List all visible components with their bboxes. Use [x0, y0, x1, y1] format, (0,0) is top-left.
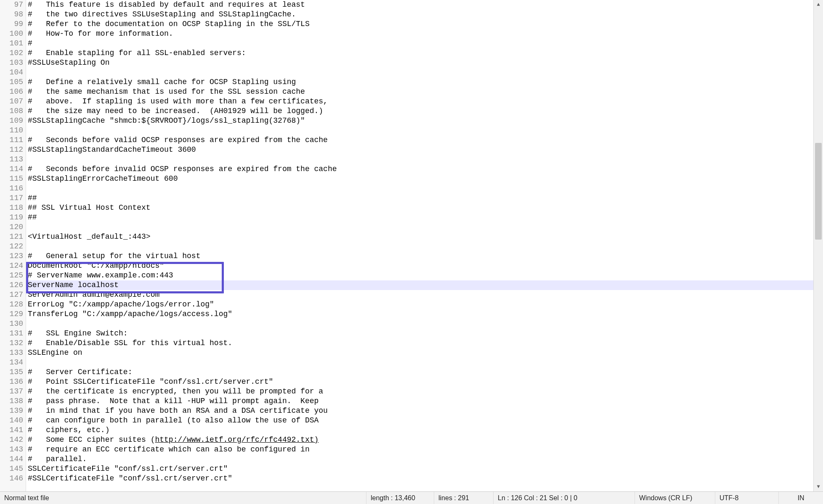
code-line[interactable]	[28, 126, 813, 135]
status-position: Ln : 126 Col : 21 Sel : 0 | 0	[494, 492, 635, 504]
code-line[interactable]	[28, 242, 813, 251]
code-line[interactable]	[28, 319, 813, 329]
editor-wrap: 97 98 99 100 101 102 103 104 105 106 107…	[0, 0, 823, 491]
code-line[interactable]: # parallel.	[28, 454, 813, 464]
scroll-down-arrow[interactable]: ▼	[814, 482, 823, 491]
code-line[interactable]: # Enable/Disable SSL for this virtual ho…	[28, 338, 813, 348]
vertical-scrollbar[interactable]: ▲ ▼	[813, 0, 823, 491]
code-line[interactable]: # in mind that if you have both an RSA a…	[28, 406, 813, 416]
code-line[interactable]: #SSLStaplingErrorCacheTimeout 600	[28, 174, 813, 184]
code-line[interactable]: ## SSL Virtual Host Context	[28, 203, 813, 213]
code-line[interactable]: # pass phrase. Note that a kill -HUP wil…	[28, 396, 813, 406]
code-line[interactable]: # Enable stapling for all SSL-enabled se…	[28, 48, 813, 58]
code-line[interactable]	[28, 358, 813, 367]
scroll-thumb[interactable]	[815, 143, 822, 240]
editor-main: 97 98 99 100 101 102 103 104 105 106 107…	[0, 0, 813, 491]
code-line[interactable]	[28, 68, 813, 77]
code-line[interactable]: # General setup for the virtual host	[28, 251, 813, 261]
code-line[interactable]: # Seconds before valid OCSP responses ar…	[28, 135, 813, 145]
code-line[interactable]: #	[28, 39, 813, 48]
status-encoding[interactable]: UTF-8	[715, 492, 779, 504]
code-line[interactable]: <VirtualHost _default_:443>	[28, 232, 813, 242]
code-line[interactable]: # This feature is disabled by default an…	[28, 0, 813, 10]
status-eol[interactable]: Windows (CR LF)	[635, 492, 715, 504]
code-line[interactable]	[28, 222, 813, 232]
code-line[interactable]: DocumentRoot "C:/xampp/htdocs"	[28, 261, 813, 271]
code-line[interactable]: # Define a relatively small cache for OC…	[28, 77, 813, 87]
code-line[interactable]: # How-To for more information.	[28, 29, 813, 39]
code-line[interactable]: # Point SSLCertificateFile "conf/ssl.crt…	[28, 377, 813, 387]
code-line[interactable]: # Refer to the documentation on OCSP Sta…	[28, 19, 813, 29]
code-line[interactable]: # ServerName www.example.com:443	[28, 271, 813, 280]
code-line[interactable]: #SSLStaplingCache "shmcb:${SRVROOT}/logs…	[28, 116, 813, 126]
code-line[interactable]: ServerName localhost	[28, 280, 813, 290]
status-lines: lines : 291	[434, 492, 494, 504]
code-line[interactable]: #SSLUseStapling On	[28, 58, 813, 68]
code-line[interactable]: # Seconds before invalid OCSP responses …	[28, 164, 813, 174]
code-line[interactable]: # Server Certificate:	[28, 367, 813, 377]
code-line[interactable]	[28, 184, 813, 193]
code-line[interactable]: # Some ECC cipher suites (http://www.iet…	[28, 435, 813, 445]
scroll-up-arrow[interactable]: ▲	[814, 0, 823, 9]
code-line[interactable]: SSLCertificateFile "conf/ssl.crt/server.…	[28, 464, 813, 474]
code-line[interactable]: ErrorLog "C:/xampp/apache/logs/error.log…	[28, 300, 813, 309]
status-insert-mode[interactable]: IN	[779, 492, 823, 504]
editor-frame: 97 98 99 100 101 102 103 104 105 106 107…	[0, 0, 823, 504]
code-line[interactable]: # above. If stapling is used with more t…	[28, 97, 813, 106]
code-line[interactable]: # the two directives SSLUseStapling and …	[28, 10, 813, 19]
code-line[interactable]: #SSLStaplingStandardCacheTimeout 3600	[28, 145, 813, 155]
status-bar: Normal text file length : 13,460 lines :…	[0, 491, 823, 504]
code-line[interactable]: ##	[28, 213, 813, 222]
code-line[interactable]: # require an ECC certificate which can a…	[28, 445, 813, 454]
code-line[interactable]: SSLEngine on	[28, 348, 813, 358]
code-line[interactable]: ServerAdmin admin@example.com	[28, 290, 813, 300]
hyperlink[interactable]: http://www.ietf.org/rfc/rfc4492.txt)	[155, 435, 319, 444]
code-line[interactable]: TransferLog "C:/xampp/apache/logs/access…	[28, 309, 813, 319]
code-line[interactable]: # ciphers, etc.)	[28, 425, 813, 435]
code-line[interactable]: ##	[28, 193, 813, 203]
status-length: length : 13,460	[366, 492, 434, 504]
code-line[interactable]: # the size may need to be increased. (AH…	[28, 106, 813, 116]
line-number-gutter[interactable]: 97 98 99 100 101 102 103 104 105 106 107…	[0, 0, 26, 491]
code-line[interactable]: # SSL Engine Switch:	[28, 329, 813, 338]
status-file-type: Normal text file	[0, 492, 366, 504]
code-line[interactable]: #SSLCertificateFile "conf/ssl.crt/server…	[28, 474, 813, 483]
code-area[interactable]: # This feature is disabled by default an…	[26, 0, 813, 491]
code-line[interactable]: # the same mechanism that is used for th…	[28, 87, 813, 97]
code-line[interactable]	[28, 155, 813, 164]
code-line[interactable]: # can configure both in parallel (to als…	[28, 416, 813, 425]
code-line[interactable]: # the certificate is encrypted, then you…	[28, 387, 813, 396]
